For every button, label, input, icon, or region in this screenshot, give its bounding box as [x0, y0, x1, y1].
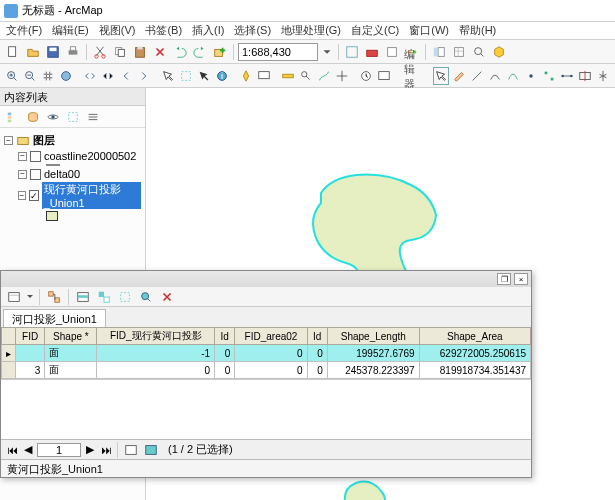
list-by-visibility-icon[interactable] — [44, 108, 62, 126]
menu-edit[interactable]: 编辑(E) — [52, 23, 89, 38]
collapse-icon[interactable]: − — [18, 170, 27, 179]
edit-tool-icon[interactable] — [433, 67, 449, 85]
list-by-source-icon[interactable] — [24, 108, 42, 126]
pan-icon[interactable] — [40, 67, 56, 85]
layer-node-coastline[interactable]: − coastline20000502 — [4, 149, 141, 163]
clear-selection-icon[interactable] — [116, 288, 134, 306]
menu-windows[interactable]: 窗口(W) — [409, 23, 449, 38]
cell[interactable]: 0 — [235, 345, 307, 362]
column-header[interactable]: Shape_Length — [327, 328, 419, 345]
menu-view[interactable]: 视图(V) — [99, 23, 136, 38]
cell[interactable]: 0 — [215, 362, 235, 379]
go-to-xy-icon[interactable] — [334, 67, 350, 85]
table-row-selected[interactable]: ▸ 面 -1 0 0 0 199527.6769 629272005.25061… — [2, 345, 531, 362]
fixed-zoom-in-icon[interactable] — [82, 67, 98, 85]
next-record-button[interactable]: ▶ — [83, 443, 97, 457]
menu-help[interactable]: 帮助(H) — [459, 23, 496, 38]
column-header[interactable]: FID_area02 — [235, 328, 307, 345]
table-row[interactable]: 3 面 0 0 0 0 245378.223397 819918734.3514… — [2, 362, 531, 379]
cell[interactable]: 629272005.250615 — [419, 345, 530, 362]
zoom-out-icon[interactable] — [22, 67, 38, 85]
menu-geoprocessing[interactable]: 地理处理(G) — [281, 23, 341, 38]
full-extent-icon[interactable] — [58, 67, 74, 85]
cell[interactable]: 面 — [45, 362, 97, 379]
split-icon[interactable] — [595, 67, 611, 85]
menu-file[interactable]: 文件(F) — [6, 23, 42, 38]
scale-input[interactable]: 1:688,430 — [238, 43, 318, 61]
collapse-icon[interactable]: − — [18, 152, 27, 161]
copy-button[interactable] — [111, 43, 129, 61]
checkbox-unchecked[interactable] — [30, 151, 41, 162]
switch-selection-icon[interactable] — [95, 288, 113, 306]
cell[interactable]: 0 — [235, 362, 307, 379]
catalog-icon[interactable] — [450, 43, 468, 61]
menu-selection[interactable]: 选择(S) — [234, 23, 271, 38]
cell[interactable]: 3 — [16, 362, 45, 379]
show-selected-records-icon[interactable] — [142, 441, 160, 459]
list-by-selection-icon[interactable] — [64, 108, 82, 126]
related-tables-icon[interactable] — [45, 288, 63, 306]
undo-button[interactable] — [171, 43, 189, 61]
measure-icon[interactable] — [280, 67, 296, 85]
python-icon[interactable] — [383, 43, 401, 61]
last-record-button[interactable]: ⏭ — [99, 443, 113, 457]
edit-annotation-icon[interactable] — [451, 67, 467, 85]
fixed-zoom-out-icon[interactable] — [100, 67, 116, 85]
search-icon[interactable] — [470, 43, 488, 61]
cell[interactable] — [16, 345, 45, 362]
trace-icon[interactable] — [505, 67, 521, 85]
table-options-icon[interactable] — [5, 288, 23, 306]
list-by-drawing-order-icon[interactable] — [4, 108, 22, 126]
cut-polygons-icon[interactable] — [577, 67, 593, 85]
clear-selection-icon[interactable] — [178, 67, 194, 85]
toolbox-icon[interactable] — [363, 43, 381, 61]
cell[interactable]: 0 — [307, 362, 327, 379]
point-icon[interactable] — [523, 67, 539, 85]
identify-icon[interactable]: i — [214, 67, 230, 85]
collapse-icon[interactable]: − — [18, 191, 26, 200]
back-extent-icon[interactable] — [118, 67, 134, 85]
restore-button[interactable]: ❐ — [497, 273, 511, 285]
column-header[interactable]: Shape_Area — [419, 328, 530, 345]
zoom-selected-icon[interactable] — [137, 288, 155, 306]
cell[interactable]: 0 — [215, 345, 235, 362]
cell[interactable]: 245378.223397 — [327, 362, 419, 379]
attribute-bottom-tab[interactable]: 黄河口投影_Union1 — [1, 459, 531, 477]
time-slider-icon[interactable] — [358, 67, 374, 85]
attribute-grid[interactable]: FID Shape * FID_现行黄河口投影 Id FID_area02 Id… — [1, 327, 531, 379]
checkbox-checked[interactable]: ✓ — [29, 190, 39, 201]
column-header[interactable]: FID_现行黄河口投影 — [97, 328, 215, 345]
delete-selected-icon[interactable] — [158, 288, 176, 306]
straight-segment-icon[interactable] — [469, 67, 485, 85]
arc-toolbox-icon[interactable] — [490, 43, 508, 61]
edit-vertices-icon[interactable] — [541, 67, 557, 85]
forward-extent-icon[interactable] — [136, 67, 152, 85]
tree-root[interactable]: − 图层 — [4, 132, 141, 149]
cell[interactable]: 0 — [97, 362, 215, 379]
editor-toolbar-icon[interactable] — [343, 43, 361, 61]
cut-button[interactable] — [91, 43, 109, 61]
add-data-button[interactable] — [211, 43, 229, 61]
dropdown-icon[interactable] — [26, 290, 34, 304]
new-button[interactable] — [4, 43, 22, 61]
save-button[interactable] — [44, 43, 62, 61]
attribute-window-titlebar[interactable]: ❐ × — [1, 271, 531, 287]
cell[interactable]: -1 — [97, 345, 215, 362]
prev-record-button[interactable]: ◀ — [21, 443, 35, 457]
hyperlink-icon[interactable] — [238, 67, 254, 85]
open-button[interactable] — [24, 43, 42, 61]
record-position-input[interactable]: 1 — [37, 443, 81, 457]
zoom-in-icon[interactable] — [4, 67, 20, 85]
menu-insert[interactable]: 插入(I) — [192, 23, 224, 38]
attribute-tab[interactable]: 河口投影_Union1 — [3, 309, 106, 327]
cell[interactable]: 199527.6769 — [327, 345, 419, 362]
cell[interactable]: 819918734.351437 — [419, 362, 530, 379]
redo-button[interactable] — [191, 43, 209, 61]
table-of-contents-icon[interactable] — [430, 43, 448, 61]
layer-symbol-union[interactable] — [4, 210, 141, 222]
find-route-icon[interactable] — [316, 67, 332, 85]
column-header[interactable]: Shape * — [45, 328, 97, 345]
reshape-icon[interactable] — [559, 67, 575, 85]
layer-node-delta[interactable]: − delta00 — [4, 167, 141, 181]
arc-segment-icon[interactable] — [487, 67, 503, 85]
